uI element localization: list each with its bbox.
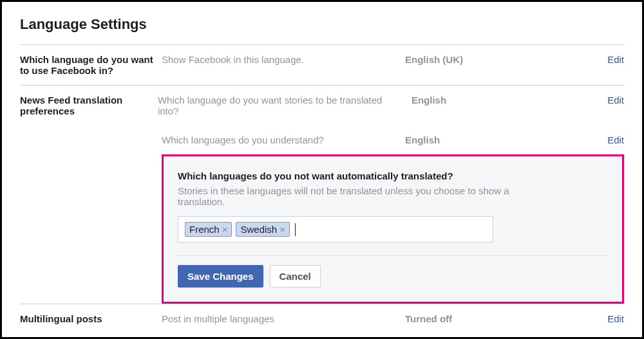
edit-panel-wrap: Which languages do you not want automati… — [20, 154, 624, 304]
setting-value: English (UK) — [405, 54, 595, 76]
setting-row-translation-target: News Feed translation preferences Which … — [20, 85, 624, 125]
token-label: Swedish — [240, 224, 277, 235]
language-token-input[interactable]: French × Swedish × — [178, 216, 493, 243]
setting-label: Which language do you want to use Facebo… — [20, 54, 162, 76]
setting-label: Multilingual posts — [20, 313, 162, 324]
setting-description: Which language do you want stories to be… — [158, 95, 412, 116]
edit-panel-spacer — [20, 154, 162, 304]
setting-description: Post in multiple languages — [162, 313, 405, 324]
save-changes-button[interactable]: Save Changes — [178, 265, 263, 288]
setting-label: News Feed translation preferences — [20, 95, 158, 116]
edit-link[interactable]: Edit — [595, 134, 624, 145]
edit-panel-description: Stories in these languages will not be t… — [178, 185, 513, 207]
setting-row-multilingual: Multilingual posts Post in multiple lang… — [20, 304, 624, 333]
edit-panel-no-auto-translate: Which languages do you not want automati… — [162, 154, 624, 304]
edit-panel-title: Which languages do you not want automati… — [178, 170, 608, 181]
token-label: French — [189, 224, 220, 235]
setting-value: English — [405, 134, 595, 145]
setting-description: Which languages do you understand? — [162, 134, 405, 145]
button-row: Save Changes Cancel — [178, 255, 608, 288]
setting-label — [20, 134, 162, 145]
close-icon[interactable]: × — [279, 224, 285, 234]
edit-link[interactable]: Edit — [596, 95, 624, 116]
cancel-button[interactable]: Cancel — [270, 265, 321, 288]
setting-value: English — [412, 95, 596, 116]
text-cursor — [295, 223, 296, 236]
edit-link[interactable]: Edit — [595, 54, 624, 76]
setting-row-primary-language: Which language do you want to use Facebo… — [20, 44, 624, 85]
setting-row-understand-languages: Which languages do you understand? Engli… — [20, 125, 624, 154]
language-token: French × — [185, 222, 232, 237]
close-icon[interactable]: × — [222, 224, 228, 234]
language-token: Swedish × — [236, 222, 289, 237]
setting-value: Turned off — [405, 313, 595, 324]
page-title: Language Settings — [20, 16, 624, 33]
setting-description: Show Facebook in this language. — [162, 54, 405, 76]
edit-link[interactable]: Edit — [595, 313, 624, 324]
